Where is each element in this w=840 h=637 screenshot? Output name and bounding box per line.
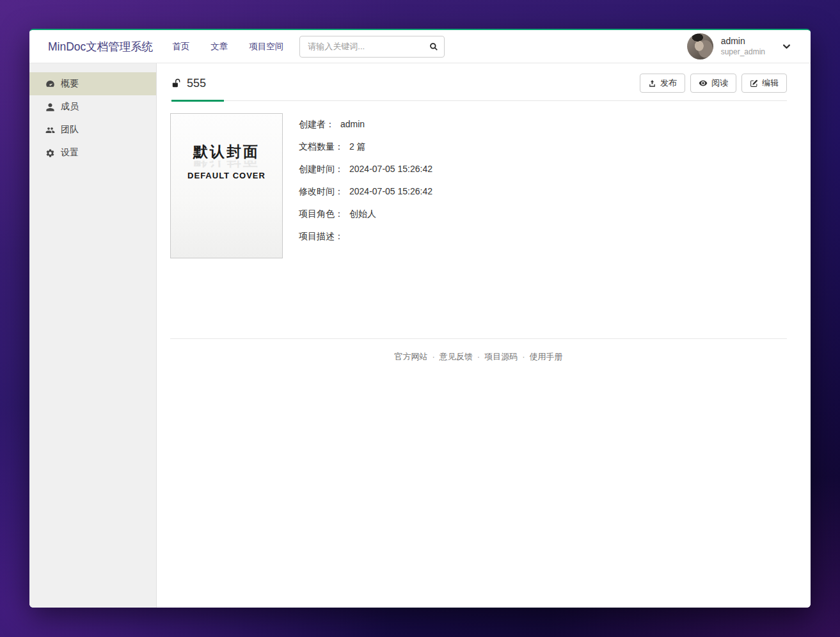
project-header: 555 发布 阅读 编辑 bbox=[170, 74, 787, 101]
main-content: 555 发布 阅读 编辑 bbox=[157, 63, 811, 608]
publish-button[interactable]: 发布 bbox=[640, 74, 685, 93]
sidebar-item-members[interactable]: 成员 bbox=[29, 95, 156, 118]
upload-icon bbox=[648, 79, 656, 88]
top-navbar: MinDoc文档管理系统 首页 文章 项目空间 admin super_admi… bbox=[29, 30, 811, 63]
detail-row-created-time: 创建时间：2024-07-05 15:26:42 bbox=[299, 164, 432, 173]
footer-separator: · bbox=[522, 352, 525, 361]
detail-label: 创建时间： bbox=[299, 164, 344, 174]
detail-value: 2024-07-05 15:26:42 bbox=[349, 186, 432, 196]
sidebar-item-overview[interactable]: 概要 bbox=[29, 72, 156, 95]
project-title-wrap: 555 bbox=[171, 77, 206, 90]
chevron-down-icon bbox=[782, 42, 791, 51]
detail-row-modified-time: 修改时间：2024-07-05 15:26:42 bbox=[299, 187, 432, 196]
cover-title-en: DEFAULT COVER bbox=[171, 171, 282, 180]
edit-button[interactable]: 编辑 bbox=[741, 74, 787, 93]
sidebar-item-label: 设置 bbox=[61, 147, 79, 159]
detail-value: 2 篇 bbox=[349, 141, 366, 152]
cover-title-reflection: 默认封面 bbox=[171, 161, 282, 168]
detail-label: 文档数量： bbox=[299, 141, 344, 152]
nav-item-project-space[interactable]: 项目空间 bbox=[249, 41, 283, 52]
edit-icon bbox=[750, 79, 758, 88]
detail-label: 创建者： bbox=[299, 119, 335, 129]
footer-link-official-site[interactable]: 官方网站 bbox=[394, 352, 427, 361]
user-names: admin super_admin bbox=[721, 36, 765, 57]
edit-label: 编辑 bbox=[762, 77, 779, 89]
footer-link-feedback[interactable]: 意见反馈 bbox=[440, 352, 473, 361]
sidebar-item-label: 团队 bbox=[61, 124, 79, 136]
sidebar: 概要 成员 团队 设置 bbox=[29, 63, 157, 608]
dashboard-icon bbox=[45, 79, 55, 89]
sidebar-item-teams[interactable]: 团队 bbox=[29, 118, 156, 141]
detail-value: 2024-07-05 15:26:42 bbox=[349, 164, 432, 174]
search-input[interactable] bbox=[299, 36, 445, 58]
page-footer: 官方网站·意见反馈·项目源码·使用手册 bbox=[170, 338, 787, 374]
users-icon bbox=[45, 125, 55, 135]
project-details: 创建者：admin 文档数量：2 篇 创建时间：2024-07-05 15:26… bbox=[299, 120, 432, 258]
avatar[interactable] bbox=[687, 33, 713, 59]
detail-row-description: 项目描述： bbox=[299, 232, 432, 240]
read-label: 阅读 bbox=[711, 77, 728, 89]
sidebar-item-label: 成员 bbox=[61, 101, 79, 113]
read-button[interactable]: 阅读 bbox=[690, 74, 736, 93]
detail-row-creator: 创建者：admin bbox=[299, 120, 432, 129]
footer-separator: · bbox=[477, 352, 480, 361]
user-name: admin bbox=[721, 36, 765, 47]
search-button[interactable] bbox=[424, 36, 444, 57]
search-icon bbox=[429, 42, 438, 51]
app-window: MinDoc文档管理系统 首页 文章 项目空间 admin super_admi… bbox=[29, 29, 811, 608]
detail-label: 修改时间： bbox=[299, 186, 344, 196]
footer-link-source-code[interactable]: 项目源码 bbox=[484, 352, 518, 361]
main-nav: 首页 文章 项目空间 bbox=[172, 41, 283, 52]
nav-item-home[interactable]: 首页 bbox=[172, 41, 189, 52]
publish-label: 发布 bbox=[660, 77, 677, 89]
footer-separator: · bbox=[432, 352, 434, 361]
detail-row-doc-count: 文档数量：2 篇 bbox=[299, 142, 432, 151]
brand-title[interactable]: MinDoc文档管理系统 bbox=[48, 39, 153, 54]
sidebar-item-settings[interactable]: 设置 bbox=[29, 141, 156, 164]
detail-label: 项目描述： bbox=[299, 231, 344, 241]
project-actions: 发布 阅读 编辑 bbox=[640, 74, 787, 93]
unlock-icon bbox=[171, 78, 182, 89]
detail-value: 创始人 bbox=[349, 208, 376, 219]
nav-item-articles[interactable]: 文章 bbox=[210, 41, 228, 52]
page-body: 概要 成员 团队 设置 bbox=[29, 63, 811, 608]
user-icon bbox=[45, 102, 55, 112]
user-role: super_admin bbox=[721, 47, 765, 57]
user-menu[interactable]: admin super_admin bbox=[687, 33, 791, 59]
gear-icon bbox=[45, 148, 55, 158]
eye-icon bbox=[699, 79, 708, 88]
detail-value: admin bbox=[340, 119, 365, 129]
detail-label: 项目角色： bbox=[299, 208, 344, 219]
project-overview: 默认封面 默认封面 DEFAULT COVER 创建者：admin 文档数量：2… bbox=[170, 113, 787, 258]
project-cover: 默认封面 默认封面 DEFAULT COVER bbox=[170, 113, 283, 258]
active-tab-indicator bbox=[171, 100, 224, 102]
page-title: 555 bbox=[187, 77, 206, 90]
sidebar-item-label: 概要 bbox=[61, 78, 79, 90]
detail-row-role: 项目角色：创始人 bbox=[299, 209, 432, 218]
search-box bbox=[299, 36, 445, 58]
footer-link-manual[interactable]: 使用手册 bbox=[530, 352, 563, 361]
cover-title-cn: 默认封面 bbox=[171, 144, 282, 161]
